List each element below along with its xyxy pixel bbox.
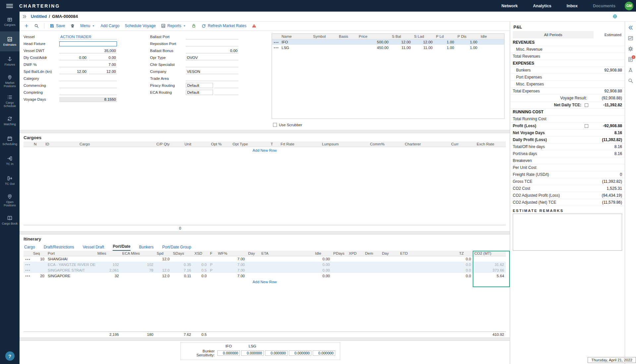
xpd-cell[interactable] [347,262,363,267]
seq-cell[interactable]: 10 [31,256,46,262]
f-cell[interactable] [208,273,216,279]
analytics-chart-icon[interactable] [628,35,633,41]
field-input[interactable]: ACTION TRADER [59,34,117,39]
day-cell[interactable] [246,256,260,262]
co2-cell[interactable] [473,256,506,262]
estimate-remarks-input[interactable] [513,214,622,251]
miles-cell[interactable]: 2,061 [96,267,121,273]
row-menu-icon[interactable] [272,39,280,45]
seq-cell[interactable]: 20 [31,273,46,279]
f-cell[interactable] [208,256,216,262]
add-cargo-button[interactable]: Add Cargo [100,24,119,28]
bunker-idle-cell[interactable] [479,45,504,50]
xpd-cell[interactable] [347,256,363,262]
idle-cell[interactable]: 0.00 [313,256,332,262]
delete-button[interactable] [70,24,75,28]
bunker-pdis-cell[interactable]: 1.00 [456,39,479,45]
field-input[interactable] [186,76,238,81]
menu-button[interactable]: Menu [80,24,95,28]
pdays-cell[interactable] [332,262,347,267]
row-menu-icon[interactable] [24,273,31,279]
itinerary-row[interactable]: 10 SHANGHAI 12.0 7.00 [24,256,506,262]
settings-gear-icon[interactable] [628,46,633,52]
bunker-slad-cell[interactable]: 11.00 [412,45,434,50]
eta-cell[interactable] [260,262,313,267]
co2-cell[interactable]: 373.66 [473,267,506,273]
add-button[interactable] [24,24,29,28]
itinerary-tab[interactable]: Bunkers [139,245,154,251]
pdays-cell[interactable] [332,267,347,273]
topbar-nav-item[interactable]: Documents [593,4,615,8]
field-input[interactable]: 8.1550 [59,97,117,102]
spd-cell[interactable]: 12.0 [155,267,171,273]
etd-cell[interactable] [398,273,457,279]
xpd-cell[interactable] [347,267,363,273]
schedule-voyage-button[interactable]: Schedule Voyage [125,24,156,28]
port-cell[interactable]: SINGAPORE [46,273,96,279]
sidebar-item-market-positions[interactable]: Market Positions [0,71,20,91]
sensitivity-input[interactable]: 0.000000 [265,350,288,356]
idle-cell[interactable]: 0.00 [313,267,332,273]
day2-cell[interactable] [380,267,398,273]
bunker-pld-cell[interactable]: 1.00 [434,45,456,50]
topbar-nav-item[interactable]: Network [502,4,518,8]
eta-cell[interactable] [260,256,313,262]
field-input-2[interactable] [214,90,238,95]
wf-cell[interactable]: 7.00 [216,273,246,279]
field-input[interactable]: VESON [186,69,238,74]
documents-panel-icon[interactable]: 1 [628,57,633,62]
sidebar-item-cargo-book[interactable]: Cargo Book [0,210,20,230]
itinerary-tab[interactable]: Cargo [24,245,35,251]
bunker-basis-cell[interactable] [337,39,357,45]
field-input[interactable] [59,76,117,81]
bunker-name-cell[interactable]: IFO [280,39,311,45]
day-cell[interactable] [246,267,260,273]
itinerary-tab[interactable]: Vessel Draft [83,245,104,251]
miles-cell[interactable] [96,256,121,262]
bunker-row[interactable]: LSG 450.00 11.00 11.00 1.00 1.00 [272,45,504,50]
day-cell[interactable] [246,273,260,279]
wf-cell[interactable]: 7.00 [216,256,246,262]
use-scrubber-checkbox[interactable] [273,123,277,127]
dem-cell[interactable] [363,273,380,279]
globe-icon[interactable] [612,14,617,19]
tz-cell[interactable]: 0.0 [457,256,473,262]
tz-cell[interactable]: 0.0 [457,262,473,267]
search-button[interactable] [34,24,39,28]
co2-cell[interactable]: 31.62 [473,262,506,267]
help-button[interactable]: ? [5,351,15,361]
field-input[interactable]: 0.00 [59,55,87,60]
bunker-basis-cell[interactable] [337,45,357,50]
field-input[interactable]: Default [186,83,213,88]
bunker-slad-cell[interactable]: 12.00 [412,39,434,45]
xsd-cell[interactable]: 0.5 [193,267,208,273]
pnl-row-checkbox[interactable] [585,124,588,128]
pnl-row-checkbox[interactable] [585,103,588,107]
etd-cell[interactable] [398,267,457,273]
reports-button[interactable]: Reports [161,24,186,28]
day2-cell[interactable] [380,273,398,279]
sensitivity-input[interactable]: 0.000000 [241,350,264,356]
etd-cell[interactable] [398,262,457,267]
field-input[interactable]: OVOV [186,55,238,60]
pdays-cell[interactable] [332,256,347,262]
wf-cell[interactable]: 7.00 [216,267,246,273]
row-menu-icon[interactable] [24,267,31,273]
avatar[interactable]: GM [625,2,633,10]
bunker-sbal-cell[interactable]: 11.00 [390,45,412,50]
bunker-name-cell[interactable]: LSG [280,45,311,50]
sidebar-item-tc-out[interactable]: TC Out [0,171,20,190]
bunker-pld-cell[interactable]: 1.00 [434,39,456,45]
day2-cell[interactable] [380,256,398,262]
field-input[interactable]: Default [186,90,213,95]
field-input[interactable] [59,90,117,95]
itinerary-row[interactable]: ECA - YANGTZE RIVER DEL 102 102 0.35 0.0… [24,262,506,267]
breadcrumb-untitled[interactable]: Untitled [31,14,47,19]
itinerary-row[interactable]: 20 SINGAPORE 32 12.0 0.11 0.0 7.00 [24,273,506,279]
row-menu-icon[interactable] [24,262,31,267]
sdays-cell[interactable]: 0.11 [171,273,193,279]
f-cell[interactable]: P [208,267,216,273]
tz-cell[interactable]: 0.0 [457,273,473,279]
collapse-panel-icon[interactable] [628,25,633,30]
itinerary-row[interactable]: SINGAPORE STRAIT 2,061 78 12.0 7.16 0.5 … [24,267,506,273]
